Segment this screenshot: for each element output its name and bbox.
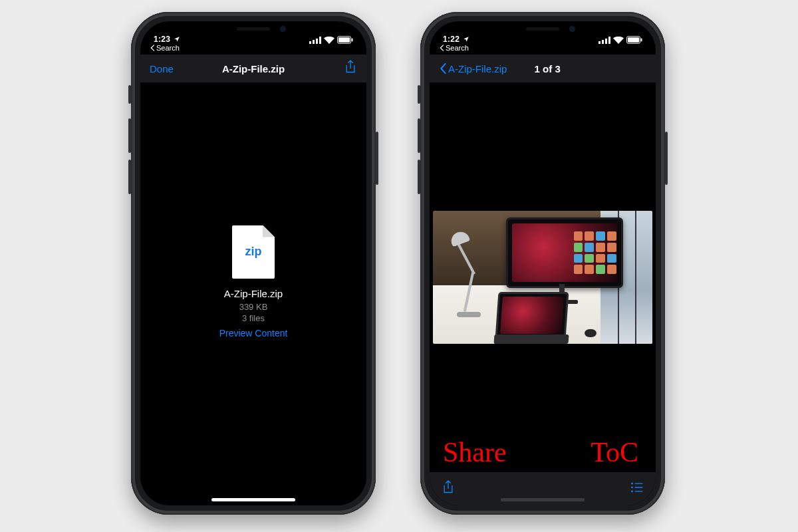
volume-down-button <box>418 160 420 194</box>
zip-file-icon: zip <box>232 225 275 279</box>
right-phone-frame: 1:22 <box>420 12 665 515</box>
back-button-label: A-Zip-File.zip <box>448 63 507 74</box>
svg-rect-5 <box>338 37 350 43</box>
volume-up-button <box>418 118 420 153</box>
status-time: 1:22 <box>443 35 460 44</box>
file-name: A-Zip-File.zip <box>224 288 283 299</box>
svg-rect-9 <box>605 39 607 44</box>
cellular-icon <box>598 37 610 44</box>
preview-photo <box>433 211 652 344</box>
battery-icon <box>626 36 642 44</box>
svg-rect-1 <box>313 40 315 44</box>
svg-rect-13 <box>641 39 642 42</box>
share-icon[interactable] <box>344 60 357 77</box>
status-back-link[interactable]: Search <box>439 44 469 52</box>
stage: 1:23 <box>0 0 798 532</box>
image-preview-area[interactable] <box>430 82 656 472</box>
silence-switch <box>128 85 131 104</box>
right-screen: 1:22 <box>430 21 656 505</box>
wifi-icon <box>324 37 334 44</box>
svg-rect-3 <box>319 37 321 44</box>
svg-rect-8 <box>602 40 604 44</box>
done-button[interactable]: Done <box>150 63 174 74</box>
volume-up-button <box>128 118 131 153</box>
back-button[interactable]: A-Zip-File.zip <box>439 63 507 74</box>
location-icon <box>463 36 469 43</box>
svg-rect-10 <box>608 37 610 44</box>
svg-rect-6 <box>352 39 353 42</box>
annotation-share: Share <box>443 436 507 468</box>
svg-rect-12 <box>628 37 639 43</box>
home-indicator <box>501 498 585 501</box>
nav-title: 1 of 3 <box>507 63 588 74</box>
zip-icon-label: zip <box>245 245 261 259</box>
notch <box>486 21 599 39</box>
volume-down-button <box>128 160 131 194</box>
status-time: 1:23 <box>154 35 170 44</box>
nav-bar: A-Zip-File.zip 1 of 3 <box>430 55 656 82</box>
list-icon[interactable] <box>630 480 644 497</box>
file-size: 339 KB <box>224 302 283 312</box>
cellular-icon <box>309 37 321 44</box>
status-back-label: Search <box>156 44 180 52</box>
share-icon[interactable] <box>442 480 455 497</box>
nav-bar: Done A-Zip-File.zip <box>140 55 366 82</box>
wifi-icon <box>613 37 624 44</box>
power-button <box>376 132 378 185</box>
status-back-label: Search <box>446 44 469 52</box>
power-button <box>665 132 668 185</box>
location-icon <box>174 36 180 43</box>
svg-point-16 <box>631 487 633 489</box>
svg-rect-0 <box>309 41 311 44</box>
battery-icon <box>337 36 353 44</box>
left-screen: 1:23 <box>140 21 366 505</box>
left-phone-frame: 1:23 <box>131 12 376 515</box>
file-count: 3 files <box>224 313 283 323</box>
status-back-link[interactable]: Search <box>150 44 180 52</box>
home-indicator <box>211 498 295 501</box>
notch <box>197 21 310 39</box>
svg-point-14 <box>631 483 633 485</box>
svg-rect-2 <box>316 39 318 44</box>
annotation-toc: ToC <box>591 436 638 468</box>
svg-point-18 <box>631 491 633 493</box>
file-summary: zip A-Zip-File.zip 339 KB 3 files <box>224 225 283 323</box>
silence-switch <box>418 85 420 104</box>
preview-content-button[interactable]: Preview Content <box>140 328 366 338</box>
nav-title: A-Zip-File.zip <box>208 63 299 74</box>
content-area: zip A-Zip-File.zip 339 KB 3 files Previe… <box>140 82 366 505</box>
svg-rect-7 <box>598 41 600 44</box>
